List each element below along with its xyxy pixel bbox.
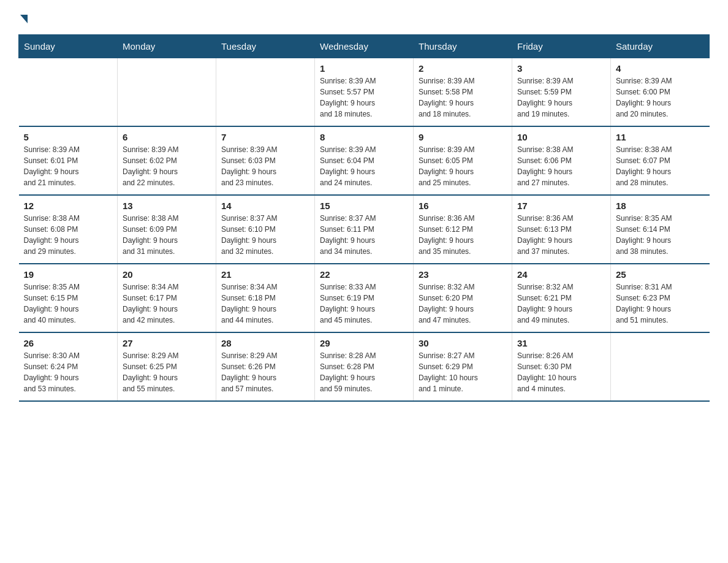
logo-top: [18, 12, 28, 23]
logo: [18, 12, 28, 22]
calendar-cell: 30Sunrise: 8:27 AMSunset: 6:29 PMDayligh…: [414, 332, 512, 401]
calendar-week-row: 1Sunrise: 8:39 AMSunset: 5:57 PMDaylight…: [19, 58, 710, 127]
day-number: 26: [24, 338, 113, 348]
day-info: Sunrise: 8:35 AMSunset: 6:15 PMDaylight:…: [24, 282, 113, 326]
day-header-saturday: Saturday: [611, 35, 710, 58]
calendar-header-row: SundayMondayTuesdayWednesdayThursdayFrid…: [19, 35, 710, 58]
day-number: 7: [221, 132, 309, 142]
calendar-cell: 25Sunrise: 8:31 AMSunset: 6:23 PMDayligh…: [611, 264, 710, 332]
day-number: 6: [123, 132, 211, 142]
day-number: 19: [24, 269, 113, 280]
day-number: 11: [616, 132, 705, 142]
calendar-cell: [118, 58, 216, 127]
calendar-cell: [216, 58, 315, 127]
day-number: 12: [24, 201, 113, 211]
day-info: Sunrise: 8:31 AMSunset: 6:23 PMDaylight:…: [616, 282, 705, 326]
calendar-cell: 20Sunrise: 8:34 AMSunset: 6:17 PMDayligh…: [118, 264, 216, 332]
calendar-cell: 23Sunrise: 8:32 AMSunset: 6:20 PMDayligh…: [414, 264, 512, 332]
day-info: Sunrise: 8:27 AMSunset: 6:29 PMDaylight:…: [419, 350, 507, 394]
calendar-cell: 11Sunrise: 8:38 AMSunset: 6:07 PMDayligh…: [611, 126, 710, 195]
day-info: Sunrise: 8:39 AMSunset: 6:00 PMDaylight:…: [616, 75, 705, 120]
day-info: Sunrise: 8:30 AMSunset: 6:24 PMDaylight:…: [24, 350, 113, 394]
calendar-cell: 9Sunrise: 8:39 AMSunset: 6:05 PMDaylight…: [414, 126, 512, 195]
day-info: Sunrise: 8:37 AMSunset: 6:10 PMDaylight:…: [221, 213, 309, 257]
day-info: Sunrise: 8:38 AMSunset: 6:09 PMDaylight:…: [123, 213, 211, 257]
calendar-cell: 29Sunrise: 8:28 AMSunset: 6:28 PMDayligh…: [315, 332, 414, 401]
day-number: 17: [517, 201, 605, 211]
day-number: 27: [123, 338, 211, 348]
day-info: Sunrise: 8:38 AMSunset: 6:08 PMDaylight:…: [24, 213, 113, 257]
day-number: 2: [419, 63, 507, 74]
calendar-cell: 26Sunrise: 8:30 AMSunset: 6:24 PMDayligh…: [19, 332, 118, 401]
day-number: 28: [221, 338, 309, 348]
day-info: Sunrise: 8:26 AMSunset: 6:30 PMDaylight:…: [517, 350, 605, 394]
logo-arrow-icon: [20, 15, 28, 23]
day-number: 29: [320, 338, 408, 348]
day-number: 23: [419, 269, 507, 280]
calendar-cell: [611, 332, 710, 401]
day-number: 5: [24, 132, 113, 142]
day-info: Sunrise: 8:39 AMSunset: 6:03 PMDaylight:…: [221, 144, 309, 188]
day-info: Sunrise: 8:39 AMSunset: 6:01 PMDaylight:…: [24, 144, 113, 188]
calendar-cell: 5Sunrise: 8:39 AMSunset: 6:01 PMDaylight…: [19, 126, 118, 195]
day-number: 14: [221, 201, 309, 211]
day-number: 21: [221, 269, 309, 280]
calendar-table: SundayMondayTuesdayWednesdayThursdayFrid…: [18, 34, 710, 402]
day-number: 9: [419, 132, 507, 142]
day-info: Sunrise: 8:39 AMSunset: 6:02 PMDaylight:…: [123, 144, 211, 188]
calendar-cell: 7Sunrise: 8:39 AMSunset: 6:03 PMDaylight…: [216, 126, 315, 195]
calendar-cell: 3Sunrise: 8:39 AMSunset: 5:59 PMDaylight…: [512, 58, 611, 127]
day-number: 16: [419, 201, 507, 211]
day-number: 10: [517, 132, 605, 142]
day-info: Sunrise: 8:39 AMSunset: 6:05 PMDaylight:…: [419, 144, 507, 188]
calendar-cell: 13Sunrise: 8:38 AMSunset: 6:09 PMDayligh…: [118, 195, 216, 264]
calendar-cell: 28Sunrise: 8:29 AMSunset: 6:26 PMDayligh…: [216, 332, 315, 401]
day-header-sunday: Sunday: [19, 35, 118, 58]
day-info: Sunrise: 8:36 AMSunset: 6:12 PMDaylight:…: [419, 213, 507, 257]
day-info: Sunrise: 8:38 AMSunset: 6:07 PMDaylight:…: [616, 144, 705, 188]
day-info: Sunrise: 8:29 AMSunset: 6:25 PMDaylight:…: [123, 350, 211, 394]
calendar-cell: 24Sunrise: 8:32 AMSunset: 6:21 PMDayligh…: [512, 264, 611, 332]
day-number: 8: [320, 132, 408, 142]
day-info: Sunrise: 8:36 AMSunset: 6:13 PMDaylight:…: [517, 213, 605, 257]
day-info: Sunrise: 8:39 AMSunset: 5:58 PMDaylight:…: [419, 75, 507, 120]
day-number: 3: [517, 63, 605, 74]
calendar-week-row: 12Sunrise: 8:38 AMSunset: 6:08 PMDayligh…: [19, 195, 710, 264]
day-number: 24: [517, 269, 605, 280]
day-info: Sunrise: 8:39 AMSunset: 6:04 PMDaylight:…: [320, 144, 408, 188]
day-info: Sunrise: 8:34 AMSunset: 6:18 PMDaylight:…: [221, 282, 309, 326]
day-info: Sunrise: 8:37 AMSunset: 6:11 PMDaylight:…: [320, 213, 408, 257]
calendar-cell: 14Sunrise: 8:37 AMSunset: 6:10 PMDayligh…: [216, 195, 315, 264]
day-number: 1: [320, 63, 408, 74]
day-number: 13: [123, 201, 211, 211]
calendar-cell: 15Sunrise: 8:37 AMSunset: 6:11 PMDayligh…: [315, 195, 414, 264]
calendar-cell: 8Sunrise: 8:39 AMSunset: 6:04 PMDaylight…: [315, 126, 414, 195]
calendar-cell: 2Sunrise: 8:39 AMSunset: 5:58 PMDaylight…: [414, 58, 512, 127]
calendar-cell: 31Sunrise: 8:26 AMSunset: 6:30 PMDayligh…: [512, 332, 611, 401]
day-info: Sunrise: 8:33 AMSunset: 6:19 PMDaylight:…: [320, 282, 408, 326]
calendar-cell: 18Sunrise: 8:35 AMSunset: 6:14 PMDayligh…: [611, 195, 710, 264]
day-info: Sunrise: 8:32 AMSunset: 6:21 PMDaylight:…: [517, 282, 605, 326]
day-info: Sunrise: 8:29 AMSunset: 6:26 PMDaylight:…: [221, 350, 309, 394]
day-info: Sunrise: 8:34 AMSunset: 6:17 PMDaylight:…: [123, 282, 211, 326]
day-header-monday: Monday: [118, 35, 216, 58]
day-number: 30: [419, 338, 507, 348]
day-info: Sunrise: 8:39 AMSunset: 5:57 PMDaylight:…: [320, 75, 408, 120]
day-info: Sunrise: 8:32 AMSunset: 6:20 PMDaylight:…: [419, 282, 507, 326]
day-number: 25: [616, 269, 705, 280]
page-header: [18, 12, 710, 22]
day-header-friday: Friday: [512, 35, 611, 58]
calendar-week-row: 5Sunrise: 8:39 AMSunset: 6:01 PMDaylight…: [19, 126, 710, 195]
day-number: 20: [123, 269, 211, 280]
day-info: Sunrise: 8:35 AMSunset: 6:14 PMDaylight:…: [616, 213, 705, 257]
day-number: 15: [320, 201, 408, 211]
calendar-cell: 17Sunrise: 8:36 AMSunset: 6:13 PMDayligh…: [512, 195, 611, 264]
day-header-tuesday: Tuesday: [216, 35, 315, 58]
day-header-wednesday: Wednesday: [315, 35, 414, 58]
calendar-cell: 19Sunrise: 8:35 AMSunset: 6:15 PMDayligh…: [19, 264, 118, 332]
calendar-cell: 27Sunrise: 8:29 AMSunset: 6:25 PMDayligh…: [118, 332, 216, 401]
day-number: 4: [616, 63, 705, 74]
calendar-cell: 1Sunrise: 8:39 AMSunset: 5:57 PMDaylight…: [315, 58, 414, 127]
day-info: Sunrise: 8:38 AMSunset: 6:06 PMDaylight:…: [517, 144, 605, 188]
calendar-week-row: 26Sunrise: 8:30 AMSunset: 6:24 PMDayligh…: [19, 332, 710, 401]
